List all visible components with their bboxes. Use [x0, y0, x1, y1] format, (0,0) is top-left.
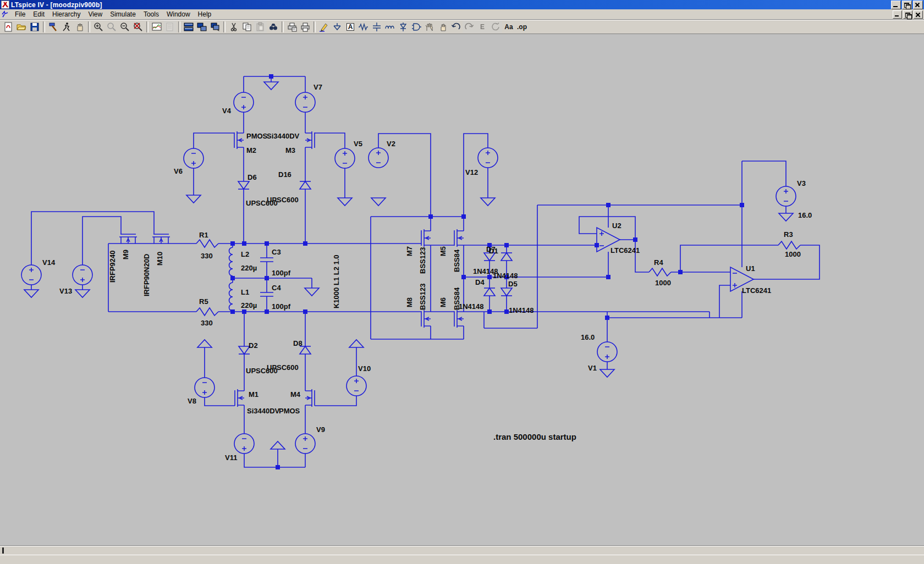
schematic-canvas[interactable]: V4V7V6V5V2V12PMOSSi3440DVM2M3D6D16UPSC60…	[0, 34, 924, 545]
component-R5[interactable]	[196, 308, 218, 316]
component-V7[interactable]	[295, 92, 315, 112]
component-M2[interactable]	[234, 131, 244, 149]
copy-button[interactable]	[240, 21, 254, 33]
move-button[interactable]	[423, 21, 436, 33]
component-R1[interactable]	[196, 240, 218, 247]
text-button[interactable]: Aa	[502, 21, 515, 33]
redo-button[interactable]	[463, 21, 476, 33]
component-L1[interactable]	[229, 283, 233, 311]
component-R4[interactable]	[649, 268, 671, 276]
resistor-button[interactable]	[357, 21, 370, 33]
tile-horizontal-button[interactable]	[182, 21, 195, 33]
print-preview-button[interactable]	[285, 21, 299, 33]
component-V9[interactable]	[295, 434, 315, 454]
waveform-viewer-button[interactable]	[150, 21, 163, 33]
paste-button[interactable]	[254, 21, 267, 33]
component-M7[interactable]	[421, 229, 431, 247]
component-D1[interactable]	[501, 253, 512, 261]
capacitor-button[interactable]	[370, 21, 383, 33]
label-m7-model: BSS123	[419, 247, 427, 274]
menu-simulate[interactable]: Simulate	[106, 10, 140, 19]
component-M1[interactable]	[235, 389, 244, 407]
component-V6[interactable]	[184, 148, 204, 168]
component-C4[interactable]	[260, 292, 273, 296]
component-V2[interactable]	[369, 148, 388, 168]
run-button[interactable]	[60, 21, 73, 33]
drag-button[interactable]	[436, 21, 449, 33]
component-M4[interactable]	[305, 389, 315, 407]
component-M5[interactable]	[454, 229, 464, 247]
component-V14[interactable]	[21, 265, 41, 285]
restore-button[interactable]	[903, 10, 912, 19]
cut-icon	[228, 21, 239, 32]
component-D5[interactable]	[501, 288, 512, 296]
ground-button[interactable]	[331, 21, 344, 33]
zoom-in-button[interactable]	[92, 21, 105, 33]
menu-view[interactable]: View	[84, 10, 106, 19]
zoom-out-button[interactable]	[118, 21, 131, 33]
open-button[interactable]	[15, 21, 28, 33]
ground-icon	[332, 21, 343, 32]
menu-window[interactable]: Window	[163, 10, 194, 19]
cut-button[interactable]	[227, 21, 240, 33]
component-D16[interactable]	[300, 181, 311, 189]
components[interactable]	[21, 82, 800, 454]
component-C3[interactable]	[260, 258, 273, 262]
save-button[interactable]	[28, 21, 41, 33]
restore-button[interactable]	[902, 1, 912, 9]
find-button[interactable]	[267, 21, 280, 33]
minimize-button[interactable]	[891, 1, 901, 9]
component-D4[interactable]	[484, 288, 495, 296]
component-V1[interactable]	[597, 342, 617, 362]
component-M10[interactable]	[152, 234, 170, 244]
tile-vertical-button[interactable]	[195, 21, 208, 33]
menu-tools[interactable]: Tools	[140, 10, 163, 19]
component-V4[interactable]	[234, 92, 254, 112]
horizontal-scrollbar[interactable]	[0, 545, 924, 555]
control-panel-button[interactable]	[47, 21, 60, 33]
spice-directive-button[interactable]: .op	[515, 21, 529, 33]
component-V13[interactable]	[73, 265, 92, 285]
component-V11[interactable]	[234, 434, 254, 454]
netlist-button[interactable]	[163, 21, 177, 33]
component-D2[interactable]	[239, 346, 250, 354]
close-button[interactable]	[914, 10, 923, 19]
component-R3[interactable]	[778, 241, 800, 249]
component-L2[interactable]	[229, 247, 233, 276]
component-V3[interactable]	[776, 186, 796, 206]
component-M8[interactable]	[421, 310, 431, 328]
inductor-button[interactable]	[383, 21, 397, 33]
label-l1: L1	[241, 288, 249, 296]
rotate-button[interactable]	[489, 21, 502, 33]
undo-button[interactable]	[449, 21, 463, 33]
component-V12[interactable]	[478, 148, 498, 168]
cascade-button[interactable]	[208, 21, 222, 33]
menu-help[interactable]: Help	[194, 10, 216, 19]
label-r5-val: 330	[201, 319, 213, 327]
ground-flags[interactable]	[24, 82, 793, 449]
diode-button[interactable]	[397, 21, 410, 33]
menu-edit[interactable]: Edit	[29, 10, 48, 19]
menu-file[interactable]: File	[11, 10, 29, 19]
component-D6[interactable]	[238, 181, 249, 189]
component-button[interactable]	[410, 21, 423, 33]
component-M6[interactable]	[454, 310, 464, 328]
label-d1-model: 1N4148	[493, 272, 518, 280]
component-M9[interactable]	[119, 234, 137, 244]
menu-hierarchy[interactable]: Hierarchy	[48, 10, 84, 19]
close-button[interactable]	[913, 1, 923, 9]
wire-button[interactable]	[317, 21, 331, 33]
new-schematic-button[interactable]	[2, 21, 15, 33]
zoom-full-button[interactable]	[131, 21, 145, 33]
component-D8[interactable]	[300, 346, 311, 354]
mirror-button[interactable]: E	[476, 21, 489, 33]
component-V8[interactable]	[195, 378, 215, 397]
minimize-button[interactable]	[893, 10, 902, 19]
component-V5[interactable]	[335, 148, 355, 168]
component-M3[interactable]	[305, 131, 315, 149]
print-button[interactable]	[299, 21, 312, 33]
component-V10[interactable]	[346, 376, 366, 396]
net-label-button[interactable]: A	[344, 21, 357, 33]
zoom-back-button[interactable]	[105, 21, 118, 33]
halt-button[interactable]	[73, 21, 86, 33]
